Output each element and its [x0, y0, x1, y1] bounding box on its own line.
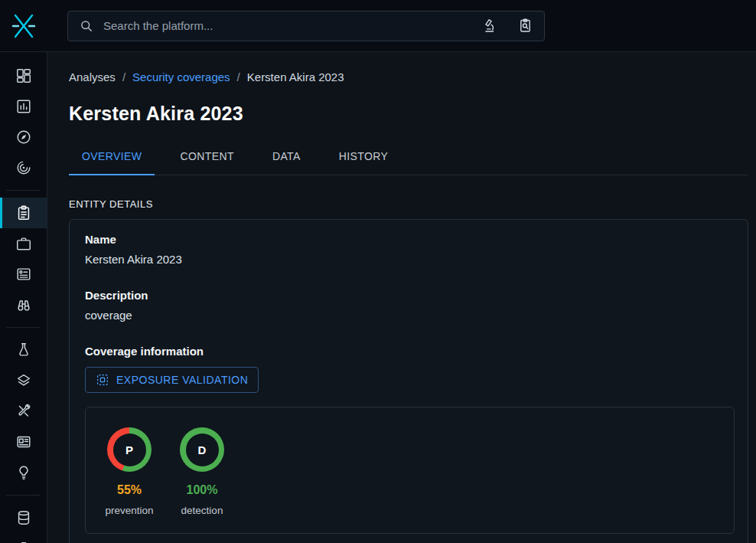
newspaper-icon [15, 433, 32, 450]
target-icon [15, 159, 32, 176]
breadcrumb-link-security-coverages[interactable]: Security coverages [132, 70, 230, 83]
sidebar [0, 52, 47, 543]
search-input[interactable] [102, 18, 475, 33]
tools-icon [15, 403, 32, 420]
tab-content[interactable]: CONTENT [167, 150, 246, 175]
layers-icon [15, 372, 32, 389]
bar-chart-icon [15, 98, 32, 115]
page-title: Kersten Akira 2023 [69, 102, 748, 126]
gauge-detection: D 100% detection [180, 427, 224, 516]
topbar [0, 0, 756, 52]
sidebar-item-investigations[interactable] [0, 122, 47, 152]
sidebar-divider [6, 495, 41, 496]
sidebar-item-metrics[interactable] [0, 91, 47, 122]
sidebar-item-simulations[interactable] [0, 152, 47, 183]
coverage-gauges-card: P 55% prevention D 100% detection [85, 407, 735, 534]
briefcase-icon [15, 235, 32, 252]
exposure-validation-button[interactable]: EXPOSURE VALIDATION [85, 367, 259, 393]
advanced-search-button[interactable] [483, 18, 499, 34]
donut-letter: P [113, 433, 146, 466]
gauge-prevention: P 55% prevention [107, 427, 152, 516]
files-search-button[interactable] [517, 18, 533, 34]
sidebar-item-observations[interactable] [0, 289, 47, 320]
sidebar-divider [6, 327, 41, 328]
sidebar-item-events[interactable] [0, 259, 47, 289]
sidebar-item-trash[interactable] [0, 533, 47, 543]
platform-logo[interactable] [0, 11, 47, 41]
sidebar-item-entities[interactable] [0, 427, 47, 457]
flask-icon [15, 342, 32, 358]
clipboard-icon [15, 204, 32, 221]
exposure-validation-label: EXPOSURE VALIDATION [116, 374, 248, 386]
coverage-information-label: Coverage information [85, 345, 735, 358]
sidebar-item-cases[interactable] [0, 228, 47, 259]
name-value: Kersten Akira 2023 [85, 253, 735, 266]
search-actions [483, 18, 533, 34]
description-label: Description [85, 289, 735, 302]
select-group-icon [96, 373, 109, 387]
breadcrumb-separator: / [122, 70, 125, 83]
donut-chart-detection: D [180, 427, 224, 472]
breadcrumb: Analyses / Security coverages / Kersten … [69, 70, 748, 83]
search-bar [67, 11, 545, 41]
sidebar-item-techniques[interactable] [0, 365, 47, 396]
breadcrumb-separator: / [237, 70, 240, 83]
x-logo-icon [8, 11, 39, 41]
sidebar-item-insights[interactable] [0, 457, 47, 488]
entity-details-heading: ENTITY DETAILS [69, 198, 748, 210]
entity-details-card: Name Kersten Akira 2023 Description cove… [69, 219, 748, 543]
name-label: Name [85, 233, 735, 246]
tab-data[interactable]: DATA [259, 150, 314, 175]
binoculars-icon [15, 296, 32, 313]
description-value: coverage [85, 309, 735, 322]
breadcrumb-current: Kersten Akira 2023 [247, 70, 344, 83]
tab-overview[interactable]: OVERVIEW [69, 150, 155, 175]
gauge-label-prevention: prevention [105, 505, 153, 516]
donut-chart-prevention: P [107, 427, 152, 472]
clipboard-search-icon [517, 18, 533, 34]
sidebar-item-analyses[interactable] [0, 198, 47, 228]
trash-icon [15, 540, 32, 543]
lightbulb-icon [15, 464, 32, 481]
gauge-label-detection: detection [181, 505, 223, 516]
sidebar-item-dashboard[interactable] [0, 61, 47, 91]
sidebar-item-data[interactable] [0, 502, 47, 533]
breadcrumb-analyses[interactable]: Analyses [69, 70, 116, 83]
gauge-percent-detection: 100% [187, 483, 218, 497]
search-icon [79, 18, 94, 34]
donut-letter: D [186, 433, 219, 466]
tab-bar: OVERVIEW CONTENT DATA HISTORY [69, 150, 748, 175]
event-card-icon [15, 266, 32, 283]
sidebar-divider [6, 190, 41, 191]
microscope-icon [483, 18, 499, 34]
gauge-percent-prevention: 55% [117, 483, 142, 497]
sidebar-item-arsenal[interactable] [0, 335, 47, 365]
grid-icon [15, 67, 32, 84]
database-icon [15, 509, 32, 526]
compass-icon [15, 129, 32, 146]
main-content: Analyses / Security coverages / Kersten … [47, 52, 756, 543]
sidebar-item-tools[interactable] [0, 396, 47, 427]
tab-history[interactable]: HISTORY [326, 150, 402, 175]
